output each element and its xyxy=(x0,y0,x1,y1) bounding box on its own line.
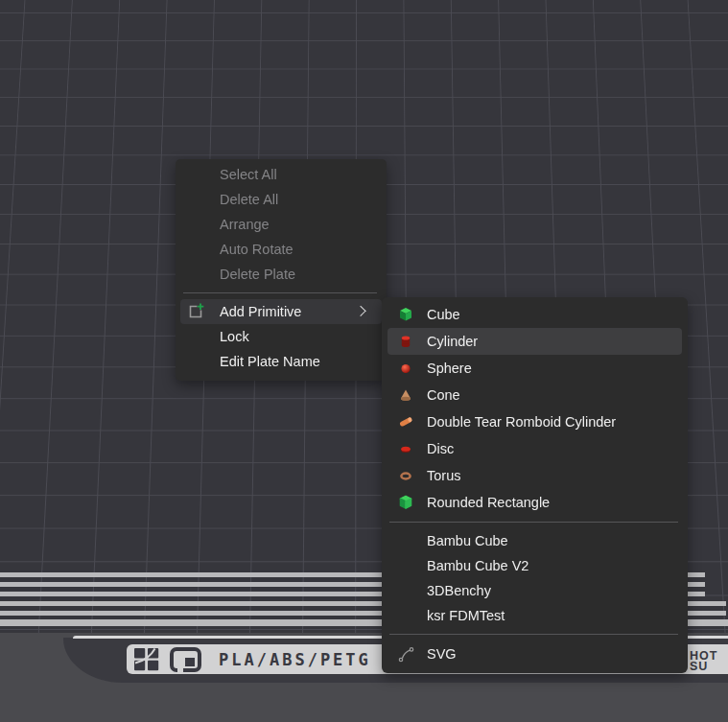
rounded-rectangle-icon xyxy=(397,494,414,511)
menu-separator xyxy=(389,634,678,635)
disc-icon xyxy=(397,440,414,457)
cylinder-icon xyxy=(397,333,414,350)
cube-icon xyxy=(397,306,414,323)
menu-separator xyxy=(389,522,678,523)
menu-item-arrange[interactable]: Arrange xyxy=(180,212,382,237)
submenu-item-torus[interactable]: Torus xyxy=(387,462,682,489)
menu-item-add-primitive[interactable]: Add Primitive xyxy=(180,299,382,324)
submenu-item-cone[interactable]: Cone xyxy=(387,382,682,408)
slicer-3d-viewport[interactable]: PLA/ABS/PETG HOT SU Select All Delete Al… xyxy=(0,0,728,722)
hot-surface-label: HOT SU xyxy=(690,651,717,672)
menu-item-delete-all[interactable]: Delete All xyxy=(180,187,382,212)
add-primitive-icon xyxy=(187,303,204,320)
plate-material-label: PLA/ABS/PETG xyxy=(219,649,371,669)
menu-item-select-all[interactable]: Select All xyxy=(180,162,382,187)
submenu-item-cylinder[interactable]: Cylinder xyxy=(387,328,682,355)
submenu-item-cube[interactable]: Cube xyxy=(387,301,682,328)
menu-separator xyxy=(183,292,377,293)
submenu-item-sphere[interactable]: Sphere xyxy=(387,355,682,382)
submenu-item-ksr-fdmtest[interactable]: ksr FDMTest xyxy=(387,603,682,628)
svg-curve-icon xyxy=(397,645,414,663)
submenu-item-disc[interactable]: Disc xyxy=(387,435,682,462)
menu-item-delete-plate[interactable]: Delete Plate xyxy=(180,262,382,287)
chevron-right-icon xyxy=(355,306,365,316)
plate-logo-icon xyxy=(170,647,201,672)
torus-icon xyxy=(397,467,414,484)
menu-item-edit-plate-name[interactable]: Edit Plate Name xyxy=(180,349,382,374)
submenu-item-bambu-cube-v2[interactable]: Bambu Cube V2 xyxy=(387,553,682,578)
submenu-item-3dbenchy[interactable]: 3DBenchy xyxy=(387,578,682,603)
menu-item-auto-rotate[interactable]: Auto Rotate xyxy=(180,237,382,262)
menu-item-lock[interactable]: Lock xyxy=(180,324,382,349)
submenu-item-bambu-cube[interactable]: Bambu Cube xyxy=(387,528,682,553)
add-primitive-submenu: Cube Cylinder Sphere xyxy=(382,297,688,673)
romboid-cylinder-icon xyxy=(397,413,414,431)
context-menu: Select All Delete All Arrange Auto Rotat… xyxy=(176,159,387,381)
cone-icon xyxy=(397,386,414,404)
sphere-icon xyxy=(397,360,414,377)
submenu-item-rounded-rectangle[interactable]: Rounded Rectangle xyxy=(387,489,682,516)
pinwheel-logo-icon xyxy=(133,647,160,671)
submenu-item-svg[interactable]: SVG xyxy=(387,640,682,667)
submenu-item-double-tear-romboid-cylinder[interactable]: Double Tear Romboid Cylinder xyxy=(387,408,682,435)
